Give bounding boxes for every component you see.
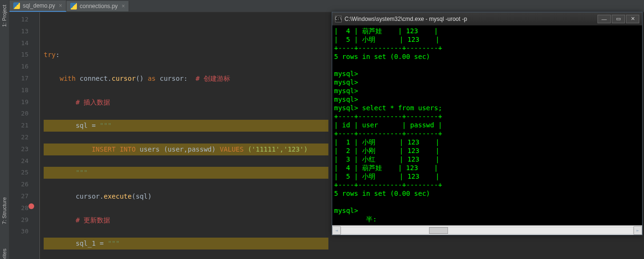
line-number: 30: [9, 226, 28, 238]
fold-column: [33, 12, 40, 259]
line-number: 22: [9, 132, 28, 144]
python-file-icon: [13, 2, 20, 9]
tab-connections[interactable]: connections.py ×: [66, 1, 129, 11]
line-number: 24: [9, 155, 28, 167]
line-number: 14: [9, 38, 28, 49]
maximize-button[interactable]: ▭: [612, 15, 625, 23]
line-number: 25: [9, 167, 28, 179]
scroll-left-icon[interactable]: ◄: [332, 226, 341, 235]
minimize-button[interactable]: —: [597, 15, 611, 23]
breakpoint-icon[interactable]: [28, 203, 34, 209]
line-gutter: 12 13 14 15 16 17 18 19 20 21 22 23 24 2…: [9, 12, 33, 259]
project-tool[interactable]: 1: Project: [0, 2, 9, 29]
line-number: 20: [9, 108, 28, 120]
line-number: 13: [9, 26, 28, 38]
horizontal-scrollbar[interactable]: ◄ ►: [332, 225, 642, 235]
line-number: 16: [9, 61, 28, 73]
line-number: 21: [9, 120, 28, 132]
line-number: 23: [9, 144, 28, 155]
terminal-title: C:\Windows\system32\cmd.exe - mysql -uro…: [345, 16, 467, 22]
terminal-output[interactable]: | 4 | 葫芦娃 | 123 | | 5 | 小明 | 123 | +----…: [332, 26, 642, 225]
line-number: 17: [9, 73, 28, 85]
scroll-thumb[interactable]: [429, 227, 448, 234]
close-icon[interactable]: ×: [59, 2, 62, 9]
line-number: 19: [9, 96, 28, 108]
line-number: 26: [9, 179, 28, 191]
line-number: 28: [9, 202, 28, 214]
python-file-icon: [70, 3, 77, 10]
scroll-track[interactable]: [341, 227, 634, 234]
tool-sidebar: 1: Project 7: Structure avorites: [0, 0, 9, 259]
cmd-terminal-window: C:\ C:\Windows\system32\cmd.exe - mysql …: [332, 12, 643, 235]
tab-sql-demo[interactable]: sql_demo.py ×: [9, 0, 66, 12]
terminal-titlebar[interactable]: C:\ C:\Windows\system32\cmd.exe - mysql …: [332, 12, 642, 26]
scroll-right-icon[interactable]: ►: [634, 226, 642, 235]
code-editor[interactable]: 12 13 14 15 16 17 18 19 20 21 22 23 24 2…: [9, 12, 332, 259]
editor-tabs: sql_demo.py × connections.py ×: [9, 0, 644, 12]
cmd-icon: C:\: [335, 16, 342, 22]
code-content[interactable]: try: with connect.cursor() as cursor: # …: [40, 12, 332, 259]
line-number: 18: [9, 85, 28, 96]
line-number: 15: [9, 49, 28, 61]
close-button[interactable]: ✕: [626, 15, 639, 23]
tab-label: connections.py: [80, 3, 118, 10]
tab-label: sql_demo.py: [23, 2, 55, 9]
close-icon[interactable]: ×: [121, 3, 125, 10]
line-number: 12: [9, 14, 28, 26]
line-number: 29: [9, 214, 28, 226]
line-number: 27: [9, 191, 28, 202]
structure-tool[interactable]: 7: Structure: [0, 195, 9, 227]
favorites-tool[interactable]: avorites: [0, 246, 9, 259]
